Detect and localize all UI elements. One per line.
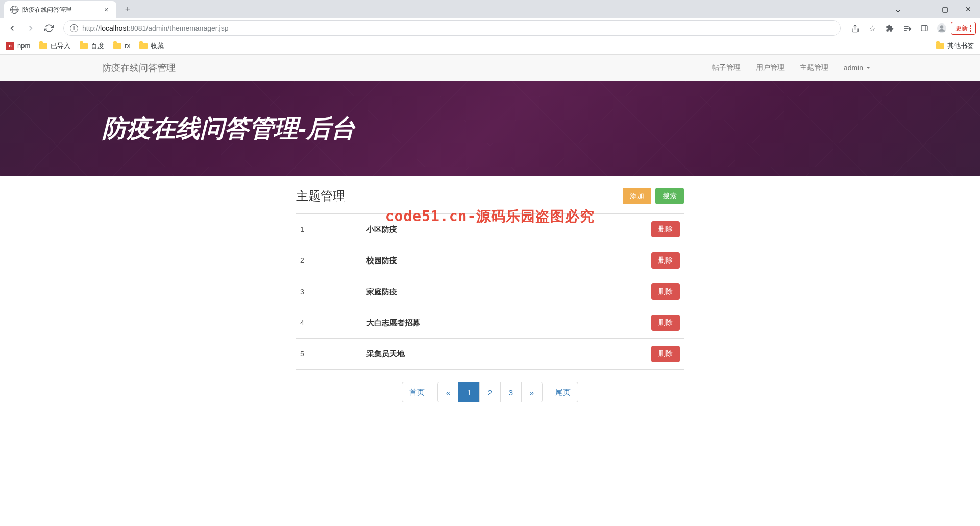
pagination: 首页 « 1 2 3 » 尾页	[296, 382, 684, 402]
page-3[interactable]: 3	[500, 382, 522, 402]
page-next[interactable]: »	[521, 382, 543, 402]
hero-banner: 防疫在线问答管理-后台	[0, 81, 980, 176]
minimize-button[interactable]: —	[910, 0, 933, 18]
delete-button[interactable]: 删除	[651, 346, 680, 362]
star-icon[interactable]: ☆	[864, 20, 880, 36]
menu-dots-icon	[970, 25, 971, 32]
side-panel-icon[interactable]	[916, 20, 933, 36]
folder-icon	[936, 43, 944, 49]
folder-icon	[113, 43, 121, 49]
table-row: 3 家庭防疫 删除	[296, 276, 684, 307]
svg-rect-4	[921, 26, 927, 31]
table-row: 5 采集员天地 删除	[296, 339, 684, 370]
page-last[interactable]: 尾页	[548, 382, 578, 402]
site-info-icon[interactable]: i	[70, 24, 78, 32]
delete-button[interactable]: 删除	[651, 315, 680, 331]
address-bar[interactable]: i http://localhost:8081/admin/thememanag…	[63, 20, 841, 36]
forward-button[interactable]	[22, 20, 39, 36]
other-bookmarks[interactable]: 其他书签	[936, 41, 974, 51]
row-index: 2	[296, 245, 362, 276]
update-button[interactable]: 更新	[951, 22, 976, 35]
navbar-brand[interactable]: 防疫在线问答管理	[102, 62, 176, 74]
page-1[interactable]: 1	[458, 382, 480, 402]
back-button[interactable]	[4, 20, 20, 36]
browser-toolbar: i http://localhost:8081/admin/thememanag…	[0, 18, 980, 38]
folder-icon	[39, 43, 47, 49]
main-container: 主题管理 添加 搜索 1 小区防疫 删除 2 校园防疫 删除 3 家庭防疫 删除	[296, 176, 684, 402]
delete-button[interactable]: 删除	[651, 221, 680, 237]
row-index: 5	[296, 339, 362, 370]
url-text: http://localhost:8081/admin/thememanager…	[82, 24, 228, 32]
nav-posts[interactable]: 帖子管理	[704, 56, 748, 80]
row-name: 家庭防疫	[362, 276, 643, 307]
npm-icon: n	[6, 42, 14, 50]
page-prev[interactable]: «	[437, 382, 459, 402]
bookmark-npm[interactable]: nnpm	[6, 42, 30, 50]
globe-icon	[10, 6, 18, 14]
row-name: 大白志愿者招募	[362, 307, 643, 339]
caret-down-icon	[866, 67, 870, 69]
tab-strip: 防疫在线问答管理 × + ⌄ — ▢ ✕	[0, 0, 980, 18]
page-first[interactable]: 首页	[402, 382, 432, 402]
new-tab-button[interactable]: +	[120, 2, 135, 16]
window-controls: ⌄ — ▢ ✕	[886, 0, 980, 18]
navbar-nav: 帖子管理 用户管理 主题管理 admin	[704, 56, 878, 80]
table-row: 4 大白志愿者招募 删除	[296, 307, 684, 339]
table-row: 1 小区防疫 删除	[296, 214, 684, 245]
folder-icon	[80, 43, 88, 49]
bookmarks-bar: nnpm 已导入 百度 rx 收藏 其他书签	[0, 38, 980, 54]
theme-table: 1 小区防疫 删除 2 校园防疫 删除 3 家庭防疫 删除 4 大白志愿者招募 …	[296, 213, 684, 370]
row-name: 采集员天地	[362, 339, 643, 370]
svg-marker-3	[909, 27, 911, 30]
add-button[interactable]: 添加	[623, 188, 651, 204]
close-window-button[interactable]: ✕	[957, 0, 980, 18]
close-icon[interactable]: ×	[102, 6, 110, 14]
extensions-icon[interactable]	[881, 20, 898, 36]
hero-title: 防疫在线问答管理-后台	[102, 112, 355, 145]
share-icon[interactable]	[847, 20, 863, 36]
svg-point-7	[940, 25, 944, 29]
panel-heading: 主题管理 添加 搜索	[296, 183, 684, 213]
maximize-button[interactable]: ▢	[933, 0, 957, 18]
bookmark-baidu[interactable]: 百度	[80, 41, 104, 51]
row-index: 1	[296, 214, 362, 245]
profile-icon[interactable]	[934, 20, 950, 36]
search-button[interactable]: 搜索	[655, 188, 684, 204]
row-index: 3	[296, 276, 362, 307]
nav-themes[interactable]: 主题管理	[792, 56, 836, 80]
bookmark-rx[interactable]: rx	[113, 42, 130, 50]
reload-button[interactable]	[41, 20, 57, 36]
delete-button[interactable]: 删除	[651, 252, 680, 269]
folder-icon	[139, 43, 148, 49]
bookmark-favorites[interactable]: 收藏	[139, 41, 164, 51]
page-navbar: 防疫在线问答管理 帖子管理 用户管理 主题管理 admin	[0, 55, 980, 81]
row-index: 4	[296, 307, 362, 339]
reading-list-icon[interactable]	[899, 20, 915, 36]
nav-user-dropdown[interactable]: admin	[836, 56, 878, 80]
table-row: 2 校园防疫 删除	[296, 245, 684, 276]
bookmark-imported[interactable]: 已导入	[39, 41, 70, 51]
browser-tab[interactable]: 防疫在线问答管理 ×	[4, 1, 116, 18]
tab-title: 防疫在线问答管理	[22, 6, 98, 14]
delete-button[interactable]: 删除	[651, 283, 680, 300]
row-name: 校园防疫	[362, 245, 643, 276]
nav-users[interactable]: 用户管理	[748, 56, 792, 80]
chevron-down-icon[interactable]: ⌄	[886, 0, 910, 18]
panel-title: 主题管理	[296, 188, 345, 204]
row-name: 小区防疫	[362, 214, 643, 245]
page-2[interactable]: 2	[479, 382, 501, 402]
browser-chrome: 防疫在线问答管理 × + ⌄ — ▢ ✕ i http://localhost:…	[0, 0, 980, 55]
